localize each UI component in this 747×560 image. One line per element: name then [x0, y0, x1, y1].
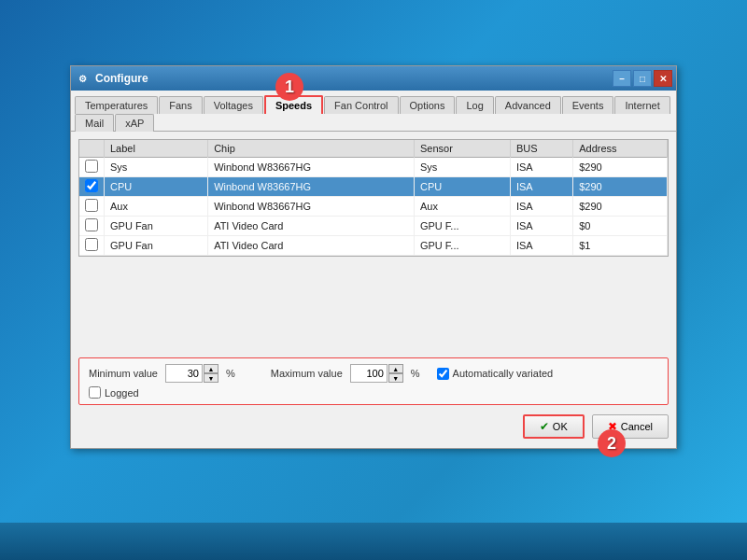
row-sensor: Aux	[414, 197, 510, 217]
row-sensor: CPU	[414, 177, 510, 197]
window-icon: ⚙	[75, 71, 90, 86]
min-value-input[interactable]	[165, 364, 203, 383]
auto-variated-checkbox[interactable]	[437, 368, 449, 380]
min-up-button[interactable]: ▲	[204, 364, 218, 373]
row-checkbox-cell	[79, 217, 105, 236]
logged-text: Logged	[105, 387, 139, 399]
auto-variated-text: Automatically variated	[453, 368, 554, 379]
col-sensor: Sensor	[414, 140, 510, 158]
min-unit: %	[226, 368, 235, 379]
row-sensor: GPU F...	[414, 217, 510, 236]
row-checkbox[interactable]	[85, 218, 98, 231]
row-checkbox[interactable]	[85, 160, 98, 173]
close-button[interactable]: ✕	[654, 70, 672, 87]
col-chip: Chip	[208, 140, 415, 158]
maximize-button[interactable]: □	[633, 70, 652, 87]
tab-temperatures[interactable]: Temperatures	[75, 96, 158, 114]
min-down-button[interactable]: ▼	[204, 373, 218, 383]
row-chip: Winbond W83667HG	[208, 177, 415, 197]
row-checkbox[interactable]	[85, 238, 98, 251]
tab-voltages[interactable]: Voltages	[204, 96, 263, 114]
content-area: Label Chip Sensor BUS Address Sys Winbon…	[71, 132, 676, 448]
tab-fans[interactable]: Fans	[159, 96, 202, 114]
row-address: $1	[573, 236, 668, 256]
min-arrows: ▲ ▼	[204, 364, 218, 383]
min-max-row: Minimum value ▲ ▼ % Maximum value ▲ ▼	[89, 364, 658, 383]
row-chip: ATI Video Card	[208, 236, 415, 256]
tab-fan-control[interactable]: Fan Control	[324, 96, 398, 114]
row-address: $0	[573, 217, 668, 236]
tab-advanced[interactable]: Advanced	[495, 96, 561, 114]
minimize-button[interactable]: –	[613, 70, 631, 87]
ok-button[interactable]: ✔ OK	[523, 414, 585, 439]
row-bus: ISA	[510, 177, 572, 197]
tab-events[interactable]: Events	[562, 96, 614, 114]
row-checkbox[interactable]	[85, 199, 98, 212]
table-row[interactable]: Aux Winbond W83667HG Aux ISA $290	[79, 197, 668, 217]
col-bus: BUS	[510, 140, 572, 158]
table-row[interactable]: Sys Winbond W83667HG Sys ISA $290	[79, 158, 668, 177]
speeds-table-container: Label Chip Sensor BUS Address Sys Winbon…	[78, 139, 669, 257]
max-spinner: ▲ ▼	[350, 364, 403, 383]
max-unit: %	[411, 368, 420, 379]
row-label: Sys	[105, 158, 208, 177]
col-address: Address	[573, 140, 668, 158]
tab-options[interactable]: Options	[400, 96, 456, 114]
row-chip: Winbond W83667HG	[208, 197, 415, 217]
ok-icon: ✔	[540, 420, 549, 433]
row-label: Aux	[105, 197, 208, 217]
cancel-label: Cancel	[621, 421, 653, 432]
row-bus: ISA	[510, 217, 572, 236]
row-address: $290	[573, 158, 668, 177]
cancel-icon: ✖	[608, 420, 617, 433]
row-sensor: GPU F...	[414, 236, 510, 256]
logged-row: Logged	[89, 386, 658, 399]
max-up-button[interactable]: ▲	[388, 364, 403, 373]
empty-space	[78, 264, 669, 357]
table-row[interactable]: CPU Winbond W83667HG CPU ISA $290	[79, 177, 668, 197]
row-address: $290	[573, 177, 668, 197]
row-checkbox-cell	[79, 197, 105, 217]
title-bar: ⚙ Configure – □ ✕	[71, 66, 676, 91]
tab-log[interactable]: Log	[456, 96, 493, 114]
row-sensor: Sys	[414, 158, 510, 177]
row-label: GPU Fan	[105, 236, 208, 256]
row-address: $290	[573, 197, 668, 217]
max-value-input[interactable]	[350, 364, 388, 383]
tab-bar: Temperatures Fans Voltages Speeds Fan Co…	[71, 91, 676, 132]
cancel-button[interactable]: ✖ Cancel	[592, 414, 669, 439]
window-title: Configure	[95, 72, 613, 85]
auto-variated-label: Automatically variated	[437, 368, 554, 380]
button-row: ✔ OK ✖ Cancel	[78, 411, 669, 441]
row-checkbox-cell	[79, 177, 105, 197]
row-bus: ISA	[510, 236, 572, 256]
row-checkbox-cell	[79, 236, 105, 256]
table-row[interactable]: GPU Fan ATI Video Card GPU F... ISA $0	[79, 217, 668, 236]
min-spinner: ▲ ▼	[165, 364, 218, 383]
row-chip: Winbond W83667HG	[208, 158, 415, 177]
max-label: Maximum value	[271, 368, 343, 379]
row-bus: ISA	[510, 197, 572, 217]
speeds-table: Label Chip Sensor BUS Address Sys Winbon…	[79, 140, 668, 256]
configure-window: ⚙ Configure – □ ✕ Temperatures Fans Volt…	[70, 65, 677, 449]
row-checkbox[interactable]	[85, 179, 98, 192]
tab-internet[interactable]: Internet	[614, 96, 669, 114]
row-label: GPU Fan	[105, 217, 208, 236]
ok-label: OK	[553, 421, 568, 432]
title-bar-buttons: – □ ✕	[613, 70, 672, 87]
col-label: Label	[105, 140, 208, 158]
max-down-button[interactable]: ▼	[388, 373, 403, 383]
row-checkbox-cell	[79, 158, 105, 177]
min-label: Minimum value	[89, 368, 158, 379]
row-chip: ATI Video Card	[208, 217, 415, 236]
col-check	[79, 140, 105, 158]
max-arrows: ▲ ▼	[388, 364, 403, 383]
tab-speeds[interactable]: Speeds	[264, 95, 323, 114]
logged-checkbox[interactable]	[89, 386, 101, 399]
tab-mail[interactable]: Mail	[75, 114, 114, 132]
logged-label: Logged	[89, 386, 139, 399]
bottom-panel: Minimum value ▲ ▼ % Maximum value ▲ ▼	[78, 357, 669, 405]
tab-xap[interactable]: xAP	[115, 114, 154, 132]
row-bus: ISA	[510, 158, 572, 177]
table-row[interactable]: GPU Fan ATI Video Card GPU F... ISA $1	[79, 236, 668, 256]
